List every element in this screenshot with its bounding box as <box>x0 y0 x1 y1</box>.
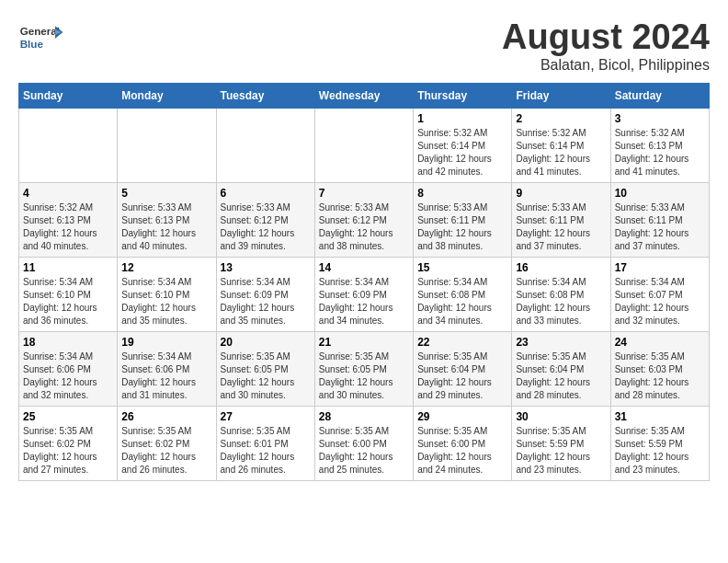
day-number: 23 <box>516 336 606 349</box>
day-info: Sunrise: 5:35 AM Sunset: 6:00 PM Dayligh… <box>417 425 507 477</box>
day-info: Sunrise: 5:32 AM Sunset: 6:13 PM Dayligh… <box>615 127 705 178</box>
day-of-week-friday: Friday <box>512 83 610 108</box>
day-info: Sunrise: 5:35 AM Sunset: 6:03 PM Dayligh… <box>615 350 705 402</box>
calendar-cell: 25Sunrise: 5:35 AM Sunset: 6:02 PM Dayli… <box>19 406 118 480</box>
day-number: 19 <box>121 336 211 349</box>
day-number: 29 <box>417 410 507 423</box>
day-number: 28 <box>319 410 409 423</box>
calendar-cell: 15Sunrise: 5:34 AM Sunset: 6:08 PM Dayli… <box>414 257 512 331</box>
calendar-cell: 22Sunrise: 5:35 AM Sunset: 6:04 PM Dayli… <box>414 331 512 406</box>
calendar-cell: 12Sunrise: 5:34 AM Sunset: 6:10 PM Dayli… <box>118 257 216 331</box>
calendar-cell: 9Sunrise: 5:33 AM Sunset: 6:11 PM Daylig… <box>512 182 610 257</box>
calendar-cell: 11Sunrise: 5:34 AM Sunset: 6:10 PM Dayli… <box>19 257 118 331</box>
calendar-cell: 2Sunrise: 5:32 AM Sunset: 6:14 PM Daylig… <box>512 108 610 182</box>
day-info: Sunrise: 5:34 AM Sunset: 6:09 PM Dayligh… <box>319 276 409 327</box>
day-info: Sunrise: 5:35 AM Sunset: 6:01 PM Dayligh… <box>221 425 311 477</box>
calendar-cell: 31Sunrise: 5:35 AM Sunset: 5:59 PM Dayli… <box>610 406 709 480</box>
day-number: 25 <box>23 410 113 423</box>
day-number: 17 <box>615 261 705 274</box>
day-of-week-tuesday: Tuesday <box>216 83 314 108</box>
day-number: 12 <box>121 261 211 274</box>
calendar-cell: 16Sunrise: 5:34 AM Sunset: 6:08 PM Dayli… <box>512 257 610 331</box>
day-info: Sunrise: 5:34 AM Sunset: 6:10 PM Dayligh… <box>121 276 211 327</box>
calendar-cell: 7Sunrise: 5:33 AM Sunset: 6:12 PM Daylig… <box>314 182 413 257</box>
page-header: General Blue August 2024 Balatan, Bicol,… <box>18 18 710 74</box>
day-info: Sunrise: 5:35 AM Sunset: 6:00 PM Dayligh… <box>319 425 409 477</box>
calendar-table: SundayMondayTuesdayWednesdayThursdayFrid… <box>18 83 710 481</box>
day-number: 14 <box>319 261 409 274</box>
day-info: Sunrise: 5:34 AM Sunset: 6:07 PM Dayligh… <box>615 276 705 327</box>
calendar-title: August 2024 <box>502 18 710 57</box>
day-info: Sunrise: 5:34 AM Sunset: 6:10 PM Dayligh… <box>23 276 113 327</box>
day-number: 3 <box>615 112 705 125</box>
calendar-cell: 13Sunrise: 5:34 AM Sunset: 6:09 PM Dayli… <box>216 257 314 331</box>
day-of-week-sunday: Sunday <box>19 83 118 108</box>
calendar-title-block: August 2024 Balatan, Bicol, Philippines <box>502 18 710 74</box>
day-number: 1 <box>417 112 507 125</box>
calendar-cell: 27Sunrise: 5:35 AM Sunset: 6:01 PM Dayli… <box>216 406 314 480</box>
day-of-week-saturday: Saturday <box>610 83 709 108</box>
day-info: Sunrise: 5:33 AM Sunset: 6:11 PM Dayligh… <box>516 201 606 253</box>
day-info: Sunrise: 5:32 AM Sunset: 6:13 PM Dayligh… <box>23 201 113 253</box>
day-info: Sunrise: 5:33 AM Sunset: 6:11 PM Dayligh… <box>417 201 507 253</box>
calendar-cell: 20Sunrise: 5:35 AM Sunset: 6:05 PM Dayli… <box>216 331 314 406</box>
day-number: 20 <box>221 336 311 349</box>
calendar-cell <box>314 108 413 182</box>
day-info: Sunrise: 5:35 AM Sunset: 6:05 PM Dayligh… <box>221 350 311 402</box>
day-number: 2 <box>516 112 606 125</box>
day-number: 11 <box>23 261 113 274</box>
calendar-cell: 18Sunrise: 5:34 AM Sunset: 6:06 PM Dayli… <box>19 331 118 406</box>
calendar-cell: 30Sunrise: 5:35 AM Sunset: 5:59 PM Dayli… <box>512 406 610 480</box>
calendar-cell: 19Sunrise: 5:34 AM Sunset: 6:06 PM Dayli… <box>118 331 216 406</box>
days-of-week-row: SundayMondayTuesdayWednesdayThursdayFrid… <box>19 83 710 108</box>
logo-icon: General Blue <box>18 18 64 55</box>
day-of-week-thursday: Thursday <box>414 83 512 108</box>
day-number: 4 <box>23 187 113 200</box>
day-info: Sunrise: 5:34 AM Sunset: 6:06 PM Dayligh… <box>23 350 113 402</box>
day-of-week-monday: Monday <box>118 83 216 108</box>
calendar-header: SundayMondayTuesdayWednesdayThursdayFrid… <box>19 83 710 108</box>
day-number: 13 <box>221 261 311 274</box>
day-number: 10 <box>615 187 705 200</box>
day-info: Sunrise: 5:35 AM Sunset: 5:59 PM Dayligh… <box>615 425 705 477</box>
day-number: 15 <box>417 261 507 274</box>
calendar-cell: 28Sunrise: 5:35 AM Sunset: 6:00 PM Dayli… <box>314 406 413 480</box>
calendar-cell <box>19 108 118 182</box>
calendar-cell: 26Sunrise: 5:35 AM Sunset: 6:02 PM Dayli… <box>118 406 216 480</box>
calendar-cell: 24Sunrise: 5:35 AM Sunset: 6:03 PM Dayli… <box>610 331 709 406</box>
day-number: 22 <box>417 336 507 349</box>
day-info: Sunrise: 5:33 AM Sunset: 6:12 PM Dayligh… <box>319 201 409 253</box>
day-number: 6 <box>221 187 311 200</box>
day-number: 16 <box>516 261 606 274</box>
day-info: Sunrise: 5:33 AM Sunset: 6:13 PM Dayligh… <box>121 201 211 253</box>
day-info: Sunrise: 5:34 AM Sunset: 6:09 PM Dayligh… <box>221 276 311 327</box>
day-number: 31 <box>615 410 705 423</box>
day-info: Sunrise: 5:35 AM Sunset: 6:02 PM Dayligh… <box>121 425 211 477</box>
day-info: Sunrise: 5:35 AM Sunset: 6:04 PM Dayligh… <box>417 350 507 402</box>
calendar-cell: 8Sunrise: 5:33 AM Sunset: 6:11 PM Daylig… <box>414 182 512 257</box>
day-number: 9 <box>516 187 606 200</box>
svg-text:General: General <box>20 25 60 37</box>
calendar-week-3: 11Sunrise: 5:34 AM Sunset: 6:10 PM Dayli… <box>19 257 710 331</box>
calendar-body: 1Sunrise: 5:32 AM Sunset: 6:14 PM Daylig… <box>19 108 710 480</box>
calendar-cell: 10Sunrise: 5:33 AM Sunset: 6:11 PM Dayli… <box>610 182 709 257</box>
day-info: Sunrise: 5:35 AM Sunset: 6:04 PM Dayligh… <box>516 350 606 402</box>
day-number: 5 <box>121 187 211 200</box>
day-info: Sunrise: 5:34 AM Sunset: 6:08 PM Dayligh… <box>417 276 507 327</box>
day-number: 8 <box>417 187 507 200</box>
calendar-cell: 3Sunrise: 5:32 AM Sunset: 6:13 PM Daylig… <box>610 108 709 182</box>
logo: General Blue <box>18 18 64 55</box>
calendar-subtitle: Balatan, Bicol, Philippines <box>502 57 710 74</box>
calendar-cell: 14Sunrise: 5:34 AM Sunset: 6:09 PM Dayli… <box>314 257 413 331</box>
calendar-cell: 23Sunrise: 5:35 AM Sunset: 6:04 PM Dayli… <box>512 331 610 406</box>
day-info: Sunrise: 5:32 AM Sunset: 6:14 PM Dayligh… <box>516 127 606 178</box>
day-number: 27 <box>221 410 311 423</box>
calendar-cell: 6Sunrise: 5:33 AM Sunset: 6:12 PM Daylig… <box>216 182 314 257</box>
day-info: Sunrise: 5:33 AM Sunset: 6:12 PM Dayligh… <box>221 201 311 253</box>
day-info: Sunrise: 5:33 AM Sunset: 6:11 PM Dayligh… <box>615 201 705 253</box>
day-info: Sunrise: 5:34 AM Sunset: 6:06 PM Dayligh… <box>121 350 211 402</box>
calendar-cell: 21Sunrise: 5:35 AM Sunset: 6:05 PM Dayli… <box>314 331 413 406</box>
calendar-week-5: 25Sunrise: 5:35 AM Sunset: 6:02 PM Dayli… <box>19 406 710 480</box>
day-number: 30 <box>516 410 606 423</box>
calendar-cell: 17Sunrise: 5:34 AM Sunset: 6:07 PM Dayli… <box>610 257 709 331</box>
